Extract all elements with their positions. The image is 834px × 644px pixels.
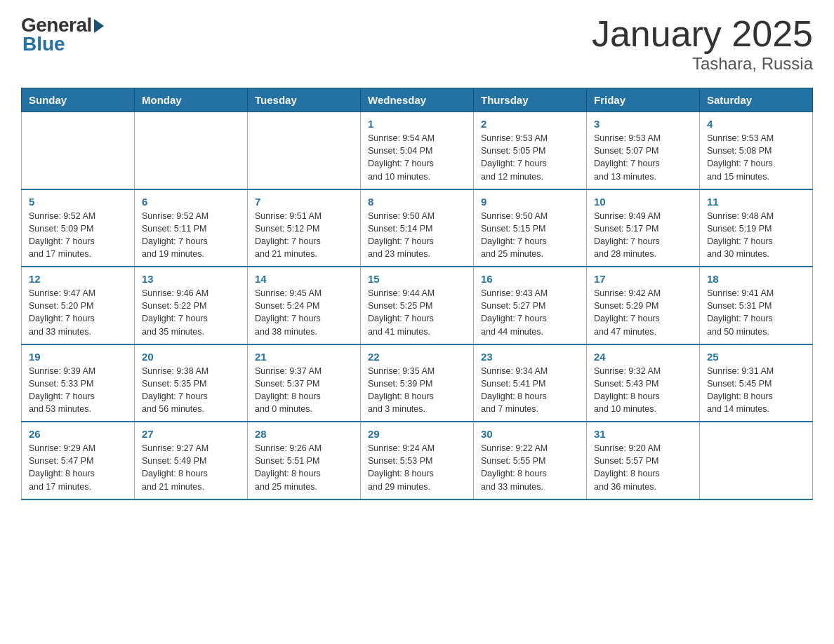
- day-info: Sunrise: 9:52 AM Sunset: 5:09 PM Dayligh…: [29, 211, 95, 259]
- day-number: 4: [707, 118, 805, 130]
- calendar-cell: 21Sunrise: 9:37 AM Sunset: 5:37 PM Dayli…: [248, 344, 361, 422]
- day-number: 7: [255, 196, 353, 208]
- day-info: Sunrise: 9:54 AM Sunset: 5:04 PM Dayligh…: [368, 133, 435, 181]
- day-number: 21: [255, 351, 353, 363]
- day-info: Sunrise: 9:50 AM Sunset: 5:14 PM Dayligh…: [368, 211, 435, 259]
- calendar-cell: 29Sunrise: 9:24 AM Sunset: 5:53 PM Dayli…: [361, 422, 474, 499]
- day-info: Sunrise: 9:31 AM Sunset: 5:45 PM Dayligh…: [707, 366, 774, 414]
- calendar-cell: 27Sunrise: 9:27 AM Sunset: 5:49 PM Dayli…: [135, 422, 248, 499]
- calendar-cell: 25Sunrise: 9:31 AM Sunset: 5:45 PM Dayli…: [700, 344, 813, 422]
- calendar-cell: 3Sunrise: 9:53 AM Sunset: 5:07 PM Daylig…: [587, 112, 700, 189]
- calendar-cell: 1Sunrise: 9:54 AM Sunset: 5:04 PM Daylig…: [361, 112, 474, 189]
- calendar-cell: 18Sunrise: 9:41 AM Sunset: 5:31 PM Dayli…: [700, 267, 813, 344]
- day-info: Sunrise: 9:47 AM Sunset: 5:20 PM Dayligh…: [29, 288, 95, 336]
- weekday-header-friday: Friday: [587, 88, 700, 112]
- day-info: Sunrise: 9:48 AM Sunset: 5:19 PM Dayligh…: [707, 211, 774, 259]
- day-info: Sunrise: 9:45 AM Sunset: 5:24 PM Dayligh…: [255, 288, 322, 336]
- day-info: Sunrise: 9:46 AM Sunset: 5:22 PM Dayligh…: [142, 288, 208, 336]
- calendar-cell: 14Sunrise: 9:45 AM Sunset: 5:24 PM Dayli…: [248, 267, 361, 344]
- calendar-cell: 11Sunrise: 9:48 AM Sunset: 5:19 PM Dayli…: [700, 189, 813, 267]
- calendar-cell: 2Sunrise: 9:53 AM Sunset: 5:05 PM Daylig…: [474, 112, 587, 189]
- calendar-cell: 17Sunrise: 9:42 AM Sunset: 5:29 PM Dayli…: [587, 267, 700, 344]
- calendar-cell: 20Sunrise: 9:38 AM Sunset: 5:35 PM Dayli…: [135, 344, 248, 422]
- calendar-cell: 10Sunrise: 9:49 AM Sunset: 5:17 PM Dayli…: [587, 189, 700, 267]
- day-info: Sunrise: 9:34 AM Sunset: 5:41 PM Dayligh…: [481, 366, 548, 414]
- day-number: 12: [29, 273, 127, 285]
- calendar-cell: 24Sunrise: 9:32 AM Sunset: 5:43 PM Dayli…: [587, 344, 700, 422]
- calendar-title: January 2025: [592, 14, 813, 54]
- logo-arrow-icon: [94, 19, 104, 33]
- logo-blue-text: Blue: [22, 33, 65, 55]
- weekday-header-saturday: Saturday: [700, 88, 813, 112]
- calendar-cell: [248, 112, 361, 189]
- day-number: 30: [481, 428, 579, 440]
- day-number: 11: [707, 196, 805, 208]
- day-info: Sunrise: 9:39 AM Sunset: 5:33 PM Dayligh…: [29, 366, 95, 414]
- day-number: 5: [29, 196, 127, 208]
- week-row-3: 12Sunrise: 9:47 AM Sunset: 5:20 PM Dayli…: [22, 267, 813, 344]
- day-info: Sunrise: 9:37 AM Sunset: 5:37 PM Dayligh…: [255, 366, 322, 414]
- page-header: General Blue January 2025 Tashara, Russi…: [21, 14, 813, 74]
- day-info: Sunrise: 9:44 AM Sunset: 5:25 PM Dayligh…: [368, 288, 435, 336]
- day-number: 16: [481, 273, 579, 285]
- calendar-cell: 12Sunrise: 9:47 AM Sunset: 5:20 PM Dayli…: [22, 267, 135, 344]
- day-number: 10: [594, 196, 692, 208]
- day-number: 8: [368, 196, 466, 208]
- day-number: 17: [594, 273, 692, 285]
- calendar-cell: [22, 112, 135, 189]
- calendar-header: SundayMondayTuesdayWednesdayThursdayFrid…: [22, 88, 813, 112]
- weekday-header-sunday: Sunday: [22, 88, 135, 112]
- calendar-cell: 22Sunrise: 9:35 AM Sunset: 5:39 PM Dayli…: [361, 344, 474, 422]
- calendar-cell: 19Sunrise: 9:39 AM Sunset: 5:33 PM Dayli…: [22, 344, 135, 422]
- day-info: Sunrise: 9:24 AM Sunset: 5:53 PM Dayligh…: [368, 443, 435, 491]
- day-info: Sunrise: 9:50 AM Sunset: 5:15 PM Dayligh…: [481, 211, 548, 259]
- calendar-body: 1Sunrise: 9:54 AM Sunset: 5:04 PM Daylig…: [22, 112, 813, 499]
- calendar-cell: [700, 422, 813, 499]
- day-info: Sunrise: 9:22 AM Sunset: 5:55 PM Dayligh…: [481, 443, 548, 491]
- day-info: Sunrise: 9:53 AM Sunset: 5:07 PM Dayligh…: [594, 133, 661, 181]
- weekday-header-row: SundayMondayTuesdayWednesdayThursdayFrid…: [22, 88, 813, 112]
- day-number: 27: [142, 428, 240, 440]
- day-number: 6: [142, 196, 240, 208]
- weekday-header-wednesday: Wednesday: [361, 88, 474, 112]
- day-number: 18: [707, 273, 805, 285]
- weekday-header-monday: Monday: [135, 88, 248, 112]
- day-info: Sunrise: 9:20 AM Sunset: 5:57 PM Dayligh…: [594, 443, 661, 491]
- logo: General Blue: [21, 14, 104, 55]
- calendar-cell: 28Sunrise: 9:26 AM Sunset: 5:51 PM Dayli…: [248, 422, 361, 499]
- day-number: 2: [481, 118, 579, 130]
- day-number: 22: [368, 351, 466, 363]
- day-info: Sunrise: 9:53 AM Sunset: 5:05 PM Dayligh…: [481, 133, 548, 181]
- day-info: Sunrise: 9:41 AM Sunset: 5:31 PM Dayligh…: [707, 288, 774, 336]
- calendar-cell: 8Sunrise: 9:50 AM Sunset: 5:14 PM Daylig…: [361, 189, 474, 267]
- day-number: 1: [368, 118, 466, 130]
- day-number: 9: [481, 196, 579, 208]
- calendar-cell: [135, 112, 248, 189]
- day-number: 26: [29, 428, 127, 440]
- calendar-cell: 4Sunrise: 9:53 AM Sunset: 5:08 PM Daylig…: [700, 112, 813, 189]
- day-info: Sunrise: 9:26 AM Sunset: 5:51 PM Dayligh…: [255, 443, 322, 491]
- day-info: Sunrise: 9:35 AM Sunset: 5:39 PM Dayligh…: [368, 366, 435, 414]
- day-number: 31: [594, 428, 692, 440]
- day-number: 14: [255, 273, 353, 285]
- day-number: 3: [594, 118, 692, 130]
- week-row-2: 5Sunrise: 9:52 AM Sunset: 5:09 PM Daylig…: [22, 189, 813, 267]
- day-info: Sunrise: 9:29 AM Sunset: 5:47 PM Dayligh…: [29, 443, 95, 491]
- day-info: Sunrise: 9:49 AM Sunset: 5:17 PM Dayligh…: [594, 211, 661, 259]
- day-number: 25: [707, 351, 805, 363]
- week-row-5: 26Sunrise: 9:29 AM Sunset: 5:47 PM Dayli…: [22, 422, 813, 499]
- day-info: Sunrise: 9:43 AM Sunset: 5:27 PM Dayligh…: [481, 288, 548, 336]
- week-row-1: 1Sunrise: 9:54 AM Sunset: 5:04 PM Daylig…: [22, 112, 813, 189]
- week-row-4: 19Sunrise: 9:39 AM Sunset: 5:33 PM Dayli…: [22, 344, 813, 422]
- calendar-cell: 31Sunrise: 9:20 AM Sunset: 5:57 PM Dayli…: [587, 422, 700, 499]
- weekday-header-thursday: Thursday: [474, 88, 587, 112]
- calendar-cell: 30Sunrise: 9:22 AM Sunset: 5:55 PM Dayli…: [474, 422, 587, 499]
- day-number: 24: [594, 351, 692, 363]
- day-number: 23: [481, 351, 579, 363]
- calendar-cell: 23Sunrise: 9:34 AM Sunset: 5:41 PM Dayli…: [474, 344, 587, 422]
- day-info: Sunrise: 9:27 AM Sunset: 5:49 PM Dayligh…: [142, 443, 208, 491]
- calendar-cell: 26Sunrise: 9:29 AM Sunset: 5:47 PM Dayli…: [22, 422, 135, 499]
- day-info: Sunrise: 9:42 AM Sunset: 5:29 PM Dayligh…: [594, 288, 661, 336]
- day-number: 28: [255, 428, 353, 440]
- day-info: Sunrise: 9:32 AM Sunset: 5:43 PM Dayligh…: [594, 366, 661, 414]
